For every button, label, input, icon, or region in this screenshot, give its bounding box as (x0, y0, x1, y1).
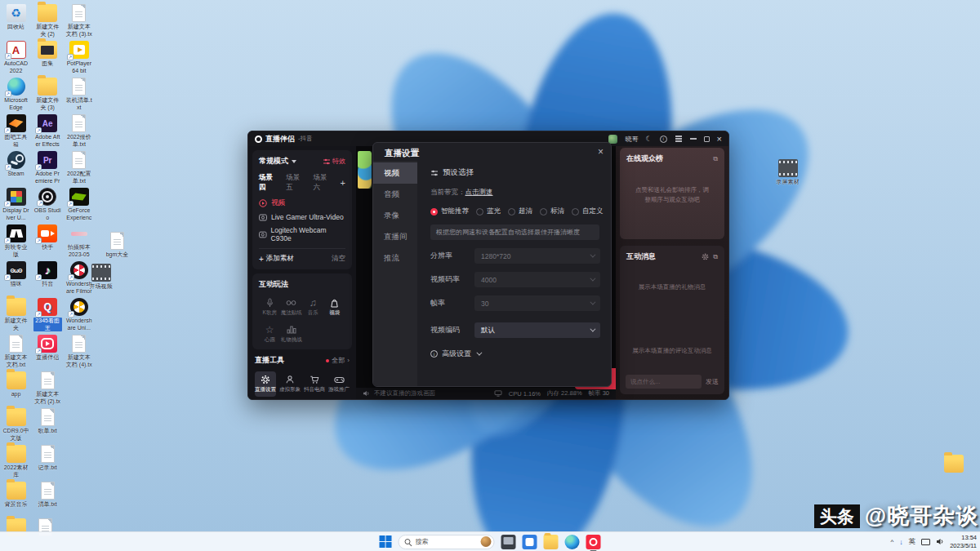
tool-virtual-avatar[interactable]: 虚拟形象 (279, 371, 301, 397)
tab-live-room[interactable]: 直播间 (373, 226, 417, 247)
bitrate-select[interactable]: 4000 (474, 272, 600, 287)
radio-ultra[interactable]: 超清 (508, 207, 532, 216)
desktop-icon[interactable]: ↗ 新建文本文档 (2).txt (33, 371, 62, 407)
interact-music[interactable]: ♫ 音乐 (302, 297, 324, 317)
desktop-icon[interactable]: ↗ 清单.txt (33, 481, 62, 518)
desktop-icon[interactable]: ↗ Wondershare Uni... (65, 297, 93, 334)
desktop-icon[interactable]: ↗ 新建文本文档 (4).txt (65, 334, 93, 371)
desktop-icon[interactable]: ↗ 背景音乐 (2, 481, 30, 518)
desktop-icon[interactable]: ↗ 新建文件夹 (3) (33, 77, 62, 113)
menu-icon[interactable] (675, 138, 682, 139)
source-capture-card[interactable]: Live Gamer Ultra-Video (259, 213, 345, 221)
user-name[interactable]: 晓哥 (625, 135, 638, 144)
download-indicator-icon[interactable]: ↓ (899, 538, 903, 546)
radio-custom[interactable]: 自定义 (572, 207, 604, 216)
source-webcam[interactable]: Logitech Webcam C930e (259, 226, 345, 242)
interact-gift-challenge[interactable]: 礼物挑战 (281, 324, 303, 344)
volume-icon[interactable] (936, 538, 944, 545)
desktop-icon[interactable]: ↗ GeForce Experience (65, 187, 93, 224)
framerate-select[interactable]: 30 (474, 295, 600, 311)
desktop-icon[interactable]: ↗ 直播伴侣 (33, 334, 62, 371)
message-input[interactable] (626, 375, 702, 389)
popout-icon[interactable]: ⧉ (713, 156, 718, 162)
desktop-icon[interactable]: ↗ Steam (2, 150, 30, 187)
advanced-settings-toggle[interactable]: i 高级设置 (430, 349, 611, 359)
desktop-icon[interactable]: ↗ OBS Studio (33, 187, 62, 224)
clear-button[interactable]: 清空 (332, 254, 345, 264)
desktop-icon[interactable]: ↗ CDR9.0中文版 (2, 407, 30, 444)
popout-icon[interactable]: ⧉ (713, 254, 718, 260)
desktop-icon[interactable]: Q ↗ 2345看图王 (33, 297, 62, 334)
desktop-icon[interactable]: ↗ Display Driver U... (2, 187, 30, 224)
start-button[interactable] (380, 535, 392, 548)
desktop-icon[interactable]: ↗ Microsoft Edge (2, 77, 30, 113)
taskbar-search[interactable] (399, 535, 495, 549)
scene-tab-2[interactable]: 场景五 (286, 173, 306, 193)
mode-selector[interactable]: 常规模式 (259, 156, 288, 167)
help-icon[interactable]: i (660, 136, 667, 143)
tab-recording[interactable]: 录像 (373, 205, 417, 226)
user-avatar[interactable] (608, 135, 617, 144)
gear-icon[interactable] (702, 253, 709, 260)
desktop-icon[interactable]: ↗ 快手 (33, 224, 62, 260)
search-input[interactable] (414, 537, 471, 546)
desktop-icon[interactable]: ↗ 2022配置单.txt (65, 150, 93, 187)
radio-smart[interactable]: 智能推荐 (430, 207, 469, 216)
interact-wish[interactable]: ☆ 心愿 (259, 324, 281, 344)
desktop-icon[interactable]: ʘωʘ ↗ 猫咪 (2, 260, 30, 297)
interact-lucky-bag[interactable]: 福袋 (324, 297, 346, 317)
desktop-icon[interactable]: ↗ 新建文本文档 (3).txt (65, 3, 93, 40)
desktop-icon[interactable]: Ae ↗ Adobe After Effects 2022 (33, 113, 62, 150)
interact-karaoke[interactable]: K歌房 (259, 297, 281, 317)
desktop-icon[interactable]: ↗ 歌单.txt (33, 407, 62, 444)
scene-tab-3[interactable]: 场景六 (313, 173, 333, 193)
desktop-icon[interactable]: ↗ 2022素材库 (2, 444, 30, 481)
desktop-icon[interactable]: ↗ 记录.txt (33, 444, 62, 481)
desktop-icon[interactable]: ↗ PotPlayer 64 bit (65, 40, 93, 77)
tool-douyin-ecommerce[interactable]: 抖音电商 (304, 371, 325, 397)
desktop-icon[interactable]: ↗ 2022报价单.txt (65, 113, 93, 150)
tab-push-stream[interactable]: 推流 (373, 247, 417, 269)
speed-test-link[interactable]: 点击测速 (466, 188, 493, 196)
desktop-icon[interactable]: ↗ app (2, 371, 30, 407)
radio-standard[interactable]: 标清 (540, 207, 564, 216)
add-material-button[interactable]: 添加素材 (266, 254, 294, 264)
taskbar-app-edge[interactable] (565, 535, 580, 549)
minimize-button[interactable] (690, 138, 697, 139)
source-video[interactable]: 视频 (259, 198, 345, 208)
taskbar-app-live-companion[interactable] (586, 535, 601, 549)
theme-toggle-icon[interactable]: ☾ (645, 136, 652, 143)
tool-game-promotion[interactable]: 游戏推广 (328, 371, 350, 397)
desktop-icon[interactable]: ↗ 装机清单.txt (65, 77, 93, 113)
desktop-icon[interactable]: ↗ 剪映专业版 (2, 224, 30, 260)
tray-expand-icon[interactable]: ^ (890, 538, 893, 545)
ime-indicator[interactable]: 英 (909, 537, 916, 547)
encoder-select[interactable]: 默认 (474, 322, 600, 338)
desktop-icon[interactable]: ↗ (939, 454, 968, 491)
close-button[interactable]: × (717, 135, 722, 143)
tab-video[interactable]: 视频 (373, 162, 417, 184)
taskbar-app-task-view[interactable] (501, 535, 516, 549)
add-scene-button[interactable]: + (341, 180, 345, 187)
desktop-icon[interactable]: ♪ ↗ 抖音 (33, 260, 62, 297)
desktop-icon[interactable]: ↗ 新建文件夹 (2, 297, 30, 334)
desktop-icon[interactable]: ↗ 图集 (33, 40, 62, 77)
tool-live-settings[interactable]: 直播设置 (255, 371, 276, 397)
maximize-button[interactable] (704, 136, 710, 142)
send-button[interactable]: 发送 (706, 377, 719, 386)
taskbar-app-file-explorer[interactable] (544, 535, 559, 549)
desktop-icon[interactable]: ↗ 图吧工具箱 (2, 113, 30, 150)
interact-sticker[interactable]: 魔法贴纸 (281, 297, 303, 317)
clock[interactable]: 13:54 2023/5/11 (950, 534, 977, 549)
network-icon[interactable] (921, 539, 930, 545)
desktop-icon[interactable]: ↗ 新建文本文档.txt (2, 334, 30, 371)
desktop-icon[interactable]: ↗ 拍摄脚本 2023-05 (65, 224, 93, 260)
tab-audio[interactable]: 音频 (373, 184, 417, 205)
desktop-icon[interactable]: A ↗ AutoCAD 2022 (2, 40, 30, 77)
tools-all-button[interactable]: 全部 › (326, 356, 350, 365)
desktop-icon[interactable]: ↗ 新建文件夹 (2) (33, 3, 62, 40)
radio-bluray[interactable]: 蓝光 (476, 207, 501, 216)
dialog-close-button[interactable]: × (598, 146, 604, 158)
desktop-icon[interactable]: ↗ 回收站 (2, 3, 30, 40)
desktop-icon[interactable]: ↗ 录屏素材 (773, 158, 802, 195)
